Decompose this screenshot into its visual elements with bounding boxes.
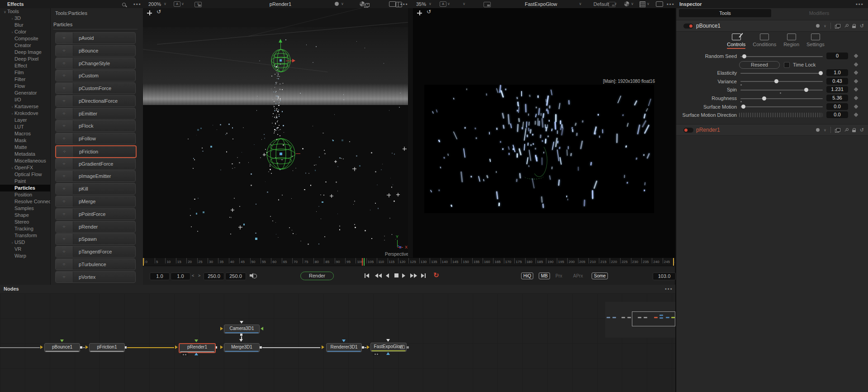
tool-pimageemitter[interactable]: ⁘pImageEmitter — [55, 170, 136, 182]
node-merge3d1[interactable]: Merge3D1 — [224, 343, 260, 352]
node-pbounce1[interactable]: pBounce1 — [44, 343, 80, 352]
chevron-down-icon[interactable]: ∨ — [3, 9, 7, 15]
right-viewer-wheel-icon[interactable] — [624, 1, 629, 6]
viewport-move-icon[interactable] — [417, 10, 422, 15]
quality-some[interactable]: Some — [592, 272, 608, 279]
control-tab-controls[interactable]: Controls — [727, 33, 745, 49]
goto-end-button[interactable] — [421, 273, 426, 278]
sidebar-item-generator[interactable]: Generator — [0, 90, 50, 96]
param-slider-handle[interactable] — [742, 54, 746, 58]
tool-pavoid[interactable]: ⁘pAvoid — [55, 32, 136, 44]
pin-icon[interactable] — [844, 24, 848, 28]
param-value-field[interactable]: 0 — [826, 53, 848, 59]
tool-pgradientforce[interactable]: ⁘pGradientForce — [55, 158, 136, 170]
node-enable-toggle[interactable] — [683, 24, 693, 29]
right-viewer-frame-icon[interactable] — [656, 1, 663, 7]
version-dot-icon[interactable] — [816, 128, 820, 132]
left-viewer-buffer-icon[interactable]: A — [174, 1, 180, 7]
keyframe-icon[interactable] — [854, 113, 859, 117]
node-minimap[interactable] — [605, 302, 675, 338]
param-slider-track[interactable] — [740, 73, 823, 74]
left-viewer-zoom[interactable]: 200% — [148, 0, 161, 8]
tool-ptangentforce[interactable]: ⁘pTangentForce — [55, 246, 136, 258]
quality-hiq[interactable]: HiQ — [521, 272, 533, 279]
output-port[interactable] — [80, 346, 82, 349]
right-viewer-zoom[interactable]: 35% — [416, 0, 426, 8]
tool-pfriction[interactable]: ⁘pFriction — [55, 145, 137, 158]
sidebar-item-samples[interactable]: Samples — [0, 205, 50, 212]
nodes-menu-icon[interactable]: ••• — [665, 286, 673, 292]
node-prender1[interactable]: pRender1 — [179, 343, 216, 353]
playhead[interactable] — [362, 258, 363, 266]
sidebar-item-optical-flow[interactable]: Optical Flow — [0, 171, 50, 178]
sidebar-item-tracking[interactable]: Tracking — [0, 225, 50, 232]
left-viewer-channel-icon[interactable] — [335, 2, 339, 6]
right-viewer-subview-icon[interactable] — [484, 2, 491, 7]
node-graph-canvas[interactable]: pBounce1pFriction1pRender1Camera3D1Merge… — [0, 293, 675, 392]
perspective-label[interactable]: Perspective — [385, 252, 408, 257]
play-button[interactable] — [402, 273, 405, 278]
tab-modifiers[interactable]: Modifiers — [773, 9, 865, 17]
sidebar-item-particles[interactable]: Particles — [0, 185, 50, 191]
copy-icon[interactable] — [835, 128, 840, 132]
sidebar-item-openfx[interactable]: ›OpenFX — [0, 164, 50, 171]
viewport-rotate-icon[interactable]: ↺ — [427, 9, 431, 15]
param-slider-track[interactable] — [740, 56, 823, 57]
param-slider-handle[interactable] — [774, 79, 778, 83]
keyframe-icon[interactable] — [854, 71, 859, 75]
sidebar-item-metadata[interactable]: Metadata — [0, 151, 50, 158]
node-renderer3d1[interactable]: Renderer3D1 — [326, 343, 362, 352]
param-value-field[interactable]: 5.36 — [826, 95, 848, 101]
version-dot-icon[interactable] — [816, 24, 820, 28]
tool-pspawn[interactable]: ⁘pSpawn — [55, 233, 136, 245]
right-viewer-buffer-chevron-icon[interactable]: ∨ — [447, 0, 450, 8]
param-slider-track[interactable] — [740, 106, 823, 107]
left-viewer-frame-icon[interactable] — [389, 1, 396, 7]
chevron-right-icon[interactable]: › — [10, 29, 14, 36]
right-viewer-wheel-chevron-icon[interactable]: ∨ — [631, 0, 634, 8]
render-end-field[interactable]: 250.0 — [204, 272, 224, 280]
node-header-prender1[interactable]: pRender1 ∨ ↺ — [676, 124, 868, 136]
left-viewer-lut-chevron-icon[interactable]: ∨ — [366, 0, 369, 8]
sidebar-item-stereo[interactable]: Stereo — [0, 219, 50, 225]
keyframe-icon[interactable] — [854, 96, 859, 100]
sidebar-item-film[interactable]: Film — [0, 69, 50, 76]
param-slider-track[interactable] — [740, 81, 823, 82]
reset-icon[interactable]: ↺ — [860, 127, 864, 133]
right-viewer-zoom-chevron-icon[interactable]: ∨ — [429, 0, 432, 8]
right-viewer-lut-name-chevron-icon[interactable]: ∨ — [614, 0, 617, 8]
sidebar-item-warp[interactable]: Warp — [0, 253, 50, 259]
timeline-ruler[interactable]: 0510152025303540455055606570758085909510… — [143, 258, 675, 266]
right-viewer-subview-chevron-icon[interactable]: ∨ — [463, 0, 465, 8]
param-slider-handle[interactable] — [741, 105, 745, 109]
param-slider-track[interactable] — [740, 90, 823, 91]
param-slider-handle[interactable] — [762, 96, 766, 100]
stop-button[interactable] — [394, 273, 398, 277]
control-tab-settings[interactable]: Settings — [806, 33, 825, 49]
range-next-icon[interactable]: > — [198, 272, 200, 279]
sidebar-item-miscellaneous[interactable]: Miscellaneous — [0, 158, 50, 164]
tool-pcustomforce[interactable]: ⁘pCustomForce — [55, 82, 136, 94]
sidebar-item-macros[interactable]: Macros — [0, 130, 50, 137]
sidebar-item-paint[interactable]: Paint — [0, 178, 50, 185]
global-start-field[interactable]: 1.0 — [150, 272, 170, 280]
right-viewer-grid-chevron-icon[interactable]: ∨ — [647, 0, 650, 8]
viewport-3d[interactable]: ↺ Y X Z — [143, 8, 408, 258]
param-value-field[interactable]: 1.231 — [826, 86, 848, 93]
keyframe-icon[interactable] — [854, 62, 859, 67]
version-chevron-icon[interactable]: ∨ — [824, 128, 826, 132]
tool-pbounce[interactable]: ⁘pBounce — [55, 45, 136, 57]
right-viewer-buffer-icon[interactable]: A — [440, 1, 446, 7]
tool-ppointforce[interactable]: ⁘pPointForce — [55, 208, 136, 220]
node-camera3d1[interactable]: Camera3D1 — [224, 325, 260, 334]
sidebar-item-vr[interactable]: VR — [0, 246, 50, 253]
fast-forward-button[interactable] — [410, 273, 417, 278]
play-reverse-button[interactable] — [386, 273, 389, 278]
left-viewer-buffer-chevron-icon[interactable]: ∨ — [181, 0, 184, 8]
output-port[interactable] — [260, 346, 262, 349]
left-viewer-zoom-chevron-icon[interactable]: ∨ — [164, 0, 166, 8]
lock-icon[interactable] — [852, 24, 856, 28]
time-lock-checkbox[interactable] — [784, 62, 790, 68]
sidebar-item-filter[interactable]: Filter — [0, 76, 50, 83]
keyframe-icon[interactable] — [854, 87, 859, 92]
